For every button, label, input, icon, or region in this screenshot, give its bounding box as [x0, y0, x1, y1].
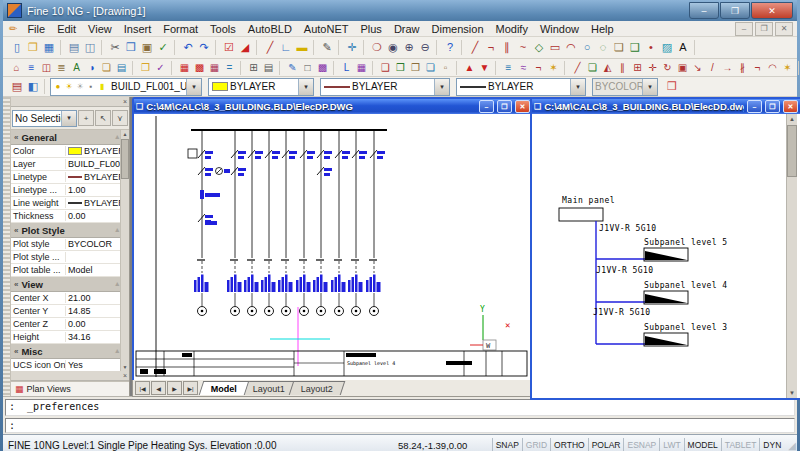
fine-annotate-icon[interactable]: A: [69, 61, 84, 75]
lweight-icon[interactable]: ≡: [501, 61, 516, 75]
fine-stairs-icon[interactable]: ≣: [54, 61, 69, 75]
toggle-polar[interactable]: POLAR: [588, 438, 624, 451]
tab-next-button[interactable]: ▶: [167, 381, 182, 395]
polygon-icon[interactable]: ◇: [531, 40, 547, 55]
menu-format[interactable]: Format: [157, 23, 204, 35]
redo-icon[interactable]: ↷: [196, 40, 212, 55]
insert-block-icon[interactable]: ❏: [611, 40, 627, 55]
fillet-icon[interactable]: ◠: [765, 61, 780, 75]
etransmit-icon[interactable]: ❒: [664, 79, 680, 94]
angle-icon[interactable]: ∟: [278, 40, 294, 55]
box-icon[interactable]: □: [300, 61, 315, 75]
tab-model[interactable]: Model: [199, 381, 250, 395]
erase-icon[interactable]: ╱: [570, 61, 585, 75]
menu-autonet[interactable]: AutoNET: [298, 23, 355, 35]
tab-prev-button[interactable]: ◀: [151, 381, 166, 395]
command-history[interactable]: : _preferences: [5, 399, 795, 416]
section-header-plot-style[interactable]: «Plot Style▴: [11, 223, 129, 238]
command-input[interactable]: :: [5, 418, 795, 433]
pan-icon[interactable]: ✛: [344, 40, 360, 55]
elecdd-title-bar[interactable]: ❑ C:\4M\CALC\8_3_BUILDING.BLD\ElecDD.dwg…: [532, 99, 800, 114]
elecdp-maximize-button[interactable]: ❐: [497, 100, 512, 113]
color-combo-arrow-icon[interactable]: ▾: [298, 79, 313, 95]
menu-window[interactable]: Window: [534, 23, 585, 35]
polyline-icon[interactable]: ¬: [483, 40, 499, 55]
paste-icon[interactable]: ▣: [139, 40, 155, 55]
toggle-esnap[interactable]: ESNAP: [623, 438, 659, 451]
ucs-dialog-icon[interactable]: ▦: [354, 61, 369, 75]
selection-combo-arrow-icon[interactable]: ▾: [61, 111, 76, 126]
child-close-button[interactable]: ✕: [775, 22, 793, 36]
move-icon[interactable]: ✛: [645, 61, 660, 75]
menu-plus[interactable]: Plus: [354, 23, 387, 35]
fine-opening-icon[interactable]: ◫: [39, 61, 54, 75]
drawing-window-elecdd[interactable]: ❑ C:\4M\CALC\8_3_BUILDING.BLD\ElecDD.dwg…: [530, 97, 800, 400]
menu-view[interactable]: View: [82, 23, 118, 35]
section-header-view[interactable]: «View▴: [11, 277, 129, 292]
ellipse-icon[interactable]: ◌: [595, 40, 611, 55]
select-objects-button[interactable]: ↖: [95, 110, 111, 126]
style-icon[interactable]: ✶: [546, 61, 561, 75]
trim-icon[interactable]: /: [705, 61, 720, 75]
menu-draw[interactable]: Draw: [388, 23, 426, 35]
fine-wall-icon[interactable]: ≡: [24, 61, 39, 75]
toggle-model[interactable]: MODEL: [684, 438, 721, 451]
maximize-button[interactable]: ❐: [720, 2, 750, 19]
toggle-lwt[interactable]: LWT: [659, 438, 683, 451]
palette-top-bar[interactable]: ×: [11, 97, 129, 107]
collapse-chevron-icon[interactable]: «: [14, 133, 18, 142]
menu-tools[interactable]: Tools: [204, 23, 242, 35]
elecdp-title-bar[interactable]: ❑ C:\4M\CALC\8_3_BUILDING.BLD\ElecDP.DWG…: [134, 99, 532, 114]
collapse-chevron-icon[interactable]: «: [14, 280, 18, 289]
menu-dimension[interactable]: Dimension: [426, 23, 490, 35]
menu-modify[interactable]: Modify: [490, 23, 534, 35]
palette-close-icon[interactable]: ×: [123, 98, 127, 105]
toggle-ortho[interactable]: ORTHO: [550, 438, 588, 451]
undo-icon[interactable]: ↶: [180, 40, 196, 55]
layer-previous-icon[interactable]: ◧: [25, 79, 41, 94]
fine-building-icon[interactable]: ⌂: [9, 61, 24, 75]
leader-icon[interactable]: ¬: [531, 61, 546, 75]
stretch-icon[interactable]: ↘: [690, 61, 705, 75]
menu-help[interactable]: Help: [585, 23, 620, 35]
rotate-icon[interactable]: ↻: [660, 61, 675, 75]
chamfer-icon[interactable]: ¬: [750, 61, 765, 75]
net-grid-icon[interactable]: ▩: [192, 61, 207, 75]
scrollbar-thumb[interactable]: [121, 139, 129, 179]
toggle-grid[interactable]: GRID: [522, 438, 550, 451]
tab-last-button[interactable]: ▶|: [183, 381, 198, 395]
offset-icon[interactable]: ∥: [615, 61, 630, 75]
fine-library-icon[interactable]: ▤: [114, 61, 129, 75]
tab-first-button[interactable]: |◀: [135, 381, 150, 395]
toggle-dyn[interactable]: DYN: [759, 438, 784, 451]
scrollbar-thumb[interactable]: [787, 125, 797, 177]
new-icon[interactable]: ▯: [9, 40, 25, 55]
text-icon[interactable]: A: [675, 40, 691, 55]
arc-icon[interactable]: ◠: [563, 40, 579, 55]
close-button[interactable]: ✕: [751, 2, 793, 19]
toggle-snap[interactable]: SNAP: [492, 438, 522, 451]
zoom-window-icon[interactable]: ◉: [385, 40, 401, 55]
scroll-down-icon[interactable]: ▼: [789, 388, 795, 398]
menu-insert[interactable]: Insert: [118, 23, 158, 35]
linetype-combo[interactable]: BYLAYER ▾: [320, 78, 450, 96]
point-icon[interactable]: •: [643, 40, 659, 55]
line-icon[interactable]: ╱: [467, 40, 483, 55]
help-icon[interactable]: ?: [442, 40, 458, 55]
zoom-out-icon[interactable]: ⊖: [417, 40, 433, 55]
child-restore-button[interactable]: ❐: [755, 22, 773, 36]
section-header-general[interactable]: «General▴: [11, 130, 129, 145]
fill-up-icon[interactable]: ▲: [462, 61, 477, 75]
fill-down-icon[interactable]: ▼: [477, 61, 492, 75]
palette-divider[interactable]: ×: [11, 371, 129, 381]
scale-icon[interactable]: ▣: [675, 61, 690, 75]
hatch-icon[interactable]: ▨: [659, 40, 675, 55]
insert2-icon[interactable]: ❒: [393, 61, 408, 75]
net-table-icon[interactable]: ▦: [207, 61, 222, 75]
circle-icon[interactable]: ○: [579, 40, 595, 55]
image-icon[interactable]: ❏: [423, 61, 438, 75]
color-combo[interactable]: BYLAYER ▾: [208, 78, 314, 96]
elecdp-canvas[interactable]: YW✕Subpanel level 4: [134, 114, 528, 378]
fine-orient-icon[interactable]: ◑: [84, 61, 99, 75]
menu-autobld[interactable]: AutoBLD: [242, 23, 298, 35]
